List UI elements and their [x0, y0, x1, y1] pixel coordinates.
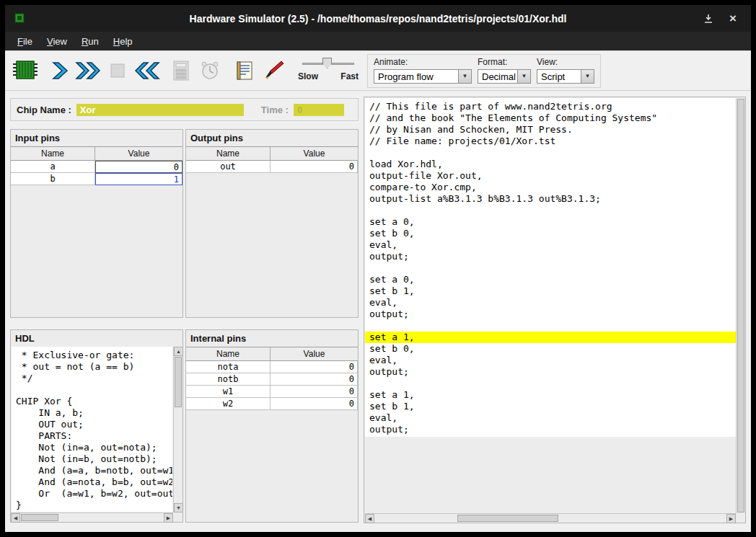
hdl-line: * Exclusive-or gate: [12, 350, 172, 361]
script-line: set b 1, [365, 401, 736, 412]
table-row: notb 0 [186, 373, 358, 386]
minimize-icon[interactable] [700, 11, 716, 27]
step-forward-icon [50, 61, 70, 81]
hdl-line: CHIP Xor { [12, 396, 172, 407]
table-row: nota 0 [186, 361, 358, 373]
script-line: eval, [365, 412, 736, 424]
view-select[interactable]: Script ▼ [537, 69, 594, 84]
scroll-left-arrow[interactable]: ◀ [365, 514, 374, 523]
hdl-line: PARTS: [12, 430, 172, 442]
script-panel: // This file is part of www.nand2tetris.… [364, 97, 746, 523]
app-window: Hardware Simulator (2.5) - /home/thomas/… [5, 5, 751, 532]
table-row: out 0 [186, 161, 358, 173]
scrollbar-thumb[interactable] [21, 514, 58, 521]
titlebar: Hardware Simulator (2.5) - /home/thomas/… [5, 5, 751, 32]
scrollbar-thumb[interactable] [457, 515, 558, 522]
single-step-button[interactable] [45, 56, 74, 85]
output-pins-table: Name Value out 0 [186, 146, 358, 173]
view-program-button[interactable] [230, 56, 259, 85]
speed-slider[interactable]: Slow Fast [298, 56, 359, 86]
pin-name: nota [186, 361, 271, 373]
script-line: load Xor.hdl, [365, 159, 736, 170]
scroll-up-arrow[interactable]: ▲ [174, 347, 183, 356]
pin-value-cell[interactable]: 0 [271, 386, 358, 398]
table-row: b 1 [11, 173, 183, 185]
menu-view[interactable]: View [40, 33, 74, 50]
evaluate-button[interactable] [259, 56, 288, 85]
column-header-name[interactable]: Name [186, 147, 271, 161]
hdl-vertical-scrollbar[interactable]: ▲ ▼ [173, 347, 183, 512]
script-view[interactable]: // This file is part of www.nand2tetris.… [365, 98, 736, 513]
pin-value-cell[interactable]: 0 [271, 373, 358, 386]
scroll-down-arrow[interactable]: ▼ [174, 503, 183, 512]
screen: { "window": { "title": "Hardware Simulat… [0, 0, 756, 537]
output-pins-title: Output pins [186, 130, 358, 146]
internal-pins-panel: Internal pins Name Value nota 0 notb 0 w… [185, 329, 359, 523]
column-header-name[interactable]: Name [11, 147, 95, 161]
view-label: View: [537, 57, 594, 67]
menu-help[interactable]: Help [107, 33, 139, 50]
pin-value-cell[interactable]: 0 [271, 161, 358, 173]
slider-handle[interactable] [322, 58, 332, 68]
script-line: set a 1, [365, 389, 736, 401]
hdl-line: */ [12, 373, 172, 384]
scrollbar-thumb[interactable] [737, 99, 744, 512]
column-header-value[interactable]: Value [271, 347, 358, 361]
calculator-icon [172, 60, 190, 81]
reset-button[interactable] [132, 56, 161, 85]
scroll-right-arrow[interactable]: ▶ [726, 514, 736, 523]
script-vertical-scrollbar[interactable] [736, 98, 745, 513]
table-row: w2 0 [186, 398, 358, 410]
hdl-horizontal-scrollbar[interactable]: ◀ ▶ [11, 512, 173, 522]
format-select[interactable]: Decimal ▼ [478, 69, 531, 84]
hdl-line [12, 384, 172, 396]
script-line: output; [365, 309, 736, 320]
calculator-button [167, 56, 195, 85]
scroll-left-arrow[interactable]: ◀ [11, 513, 20, 523]
rewind-icon [133, 61, 160, 81]
script-line: eval, [365, 239, 736, 251]
scrollbar-corner [173, 512, 183, 522]
hdl-line: And (a=nota, b=b, out=w2); [12, 476, 172, 488]
script-line [365, 378, 736, 389]
column-header-value[interactable]: Value [95, 147, 183, 161]
run-button[interactable] [74, 56, 103, 85]
scroll-right-arrow[interactable]: ▶ [164, 513, 173, 523]
stop-icon [110, 63, 126, 79]
input-pins-table: Name Value a 0 b 1 [11, 146, 183, 185]
hdl-line: Not (in=b, out=notb); [12, 453, 172, 465]
output-pins-panel: Output pins Name Value out 0 [185, 129, 359, 318]
internal-pins-title: Internal pins [186, 330, 358, 346]
script-line: set b 1, [365, 285, 736, 297]
chip-icon [12, 60, 38, 81]
menubar: File View Run Help [5, 32, 751, 50]
close-icon[interactable]: × [725, 11, 741, 27]
script-line: output; [365, 251, 736, 262]
chevron-down-icon[interactable]: ▼ [458, 70, 471, 83]
hdl-line: * out = not (a == b) [12, 361, 172, 373]
pin-value-cell[interactable]: 0 [95, 161, 183, 173]
stop-button [103, 56, 132, 85]
chevron-down-icon[interactable]: ▼ [517, 70, 530, 83]
animate-select[interactable]: Program flow ▼ [374, 69, 472, 84]
menu-run[interactable]: Run [75, 33, 105, 50]
script-line: // This file is part of www.nand2tetris.… [365, 101, 736, 112]
scrollbar-thumb[interactable] [175, 357, 182, 407]
format-label: Format: [478, 57, 531, 67]
column-header-name[interactable]: Name [186, 347, 271, 361]
toolbar: Slow Fast Animate: Program flow ▼ Format… [5, 50, 751, 91]
input-pins-panel: Input pins Name Value a 0 b 1 [10, 129, 183, 318]
hdl-code-view[interactable]: * Exclusive-or gate: * out = not (a == b… [12, 347, 172, 512]
pin-value-cell[interactable]: 0 [271, 398, 358, 410]
script-horizontal-scrollbar[interactable]: ◀ ▶ [365, 513, 736, 523]
chip-name-field[interactable]: Xor [76, 104, 244, 116]
script-line: output; [365, 366, 736, 378]
chevron-down-icon[interactable]: ▼ [581, 70, 594, 83]
script-line: set a 0, [365, 274, 736, 285]
pin-value-cell[interactable]: 0 [271, 361, 358, 373]
column-header-value[interactable]: Value [271, 147, 358, 161]
pin-value-cell[interactable]: 1 [95, 173, 183, 185]
load-chip-button[interactable] [11, 56, 40, 85]
menu-file[interactable]: File [11, 33, 39, 50]
script-line [365, 205, 736, 216]
